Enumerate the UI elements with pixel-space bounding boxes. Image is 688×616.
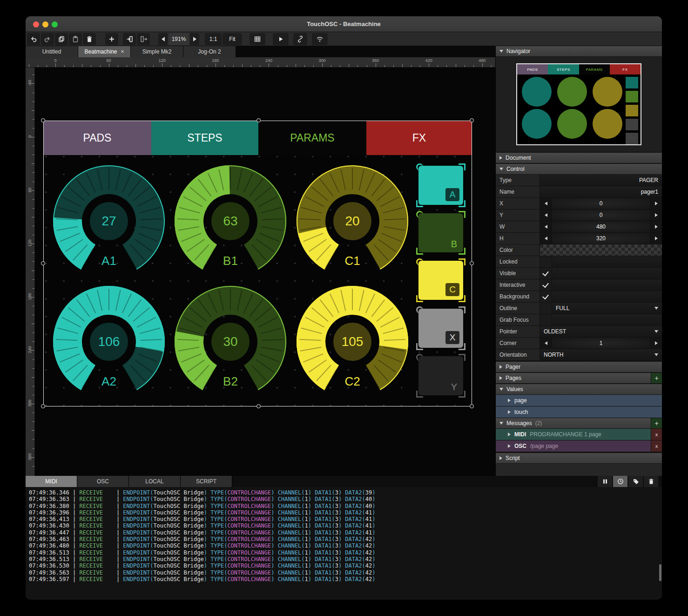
delete-button[interactable] [83,33,96,45]
play-button[interactable] [273,33,289,45]
decrement-button[interactable] [540,221,552,232]
export-button[interactable] [137,33,150,45]
clear-log-button[interactable] [644,476,658,487]
import-button[interactable] [123,33,136,45]
pad-button-b[interactable]: B [418,213,463,252]
value-row-touch[interactable]: touch [496,406,662,418]
navigator-tab-steps[interactable]: STEPS [548,64,579,74]
section-script[interactable]: Script [496,453,662,464]
log-tab-script[interactable]: SCRIPT [181,476,232,487]
decrement-button[interactable] [540,338,552,349]
radial-knob-b2[interactable]: 30B2 [170,281,291,402]
pad-button-x[interactable]: X [418,309,463,348]
value-row-page[interactable]: page [496,395,662,406]
navigator-tab-fx[interactable]: FX [610,64,641,74]
outline-checkbox[interactable] [540,303,552,314]
pad-button-a[interactable]: A [418,166,463,205]
decrement-button[interactable] [540,210,552,221]
paste-button[interactable] [69,33,82,45]
pager-tab-fx[interactable]: FX [366,121,472,155]
section-control[interactable]: Control [496,164,662,175]
increment-button[interactable] [650,210,662,221]
actual-size-button[interactable]: 1:1 [205,33,222,45]
section-navigator[interactable]: Navigator [496,46,662,57]
section-values[interactable]: Values [496,384,662,395]
prop-name-value[interactable]: pager1 [540,186,662,197]
redo-button[interactable] [41,33,54,45]
zoom-level[interactable]: 191% [169,33,189,45]
prop-h-value[interactable]: 320 [552,233,650,244]
increment-button[interactable] [650,221,662,232]
grabfocus-checkbox[interactable] [540,314,552,325]
prop-y-value[interactable]: 0 [552,210,650,221]
pause-log-button[interactable] [598,476,612,487]
undo-button[interactable] [27,33,40,45]
pager-tab-params[interactable]: PARAMS [258,121,366,155]
selection-handle[interactable] [256,118,261,122]
message-row-osc[interactable]: OSC/page pagex [496,440,662,452]
prop-type-value[interactable]: PAGER [540,175,662,186]
delete-message-button[interactable]: x [651,440,662,452]
delete-message-button[interactable]: x [651,429,662,440]
wifi-button[interactable] [312,33,328,45]
message-row-midi[interactable]: MIDIPROGRAMCHANGE 1 pagex [496,429,662,440]
selection-handle[interactable] [470,404,474,408]
selection-handle[interactable] [256,404,261,408]
prop-x-value[interactable]: 0 [552,198,650,209]
section-pager[interactable]: Pager [496,362,662,372]
log-tab-local[interactable]: LOCAL [129,476,181,487]
add-page-button[interactable]: + [651,373,662,383]
selection-handle[interactable] [41,261,45,265]
selection-handle[interactable] [470,261,474,265]
navigator-tab-params[interactable]: PARAMS [579,64,610,74]
zoom-out-button[interactable] [158,33,168,45]
radial-knob-c1[interactable]: 20C1 [292,161,413,282]
grid-button[interactable] [250,33,265,45]
radial-knob-c2[interactable]: 105C2 [292,281,413,402]
interactive-checkbox[interactable] [540,279,552,291]
doc-tab-untitled[interactable]: Untitled [26,46,78,57]
radial-knob-a1[interactable]: 27A1 [48,161,169,282]
close-tab-icon[interactable]: × [121,48,124,55]
log-tab-osc[interactable]: OSC [77,476,129,487]
section-pages[interactable]: Pages+ [496,373,662,384]
doc-tab-jog-on-2[interactable]: Jog-On 2 [183,46,236,57]
timestamp-toggle-button[interactable] [613,476,627,487]
log-scrollbar[interactable] [659,564,661,581]
pointer-dropdown[interactable]: OLDEST [540,326,662,337]
selection-handle[interactable] [470,118,474,122]
add-message-button[interactable]: + [651,418,662,428]
doc-tab-simple-mk2[interactable]: Simple Mk2 [131,46,183,57]
navigator-tab-pads[interactable]: PADS [517,64,548,74]
link-button[interactable] [293,33,307,45]
navigator-preview[interactable]: PADSSTEPSPARAMSFX [496,57,662,152]
pad-button-c[interactable]: C [418,261,463,300]
fit-button[interactable]: Fit [223,33,242,45]
selection-handle[interactable] [41,404,45,408]
orientation-dropdown[interactable]: NORTH [540,349,662,360]
decrement-button[interactable] [540,233,552,244]
decrement-button[interactable] [540,198,552,209]
increment-button[interactable] [650,338,662,349]
outline-dropdown[interactable]: FULL [552,303,662,314]
visible-checkbox[interactable] [540,268,552,279]
tag-filter-button[interactable] [628,476,643,487]
radial-knob-b1[interactable]: 63B1 [170,161,291,282]
locked-checkbox[interactable] [540,256,552,267]
pager-tab-steps[interactable]: STEPS [151,121,258,155]
log-tab-midi[interactable]: MIDI [26,476,77,487]
editor-canvas[interactable]: PADSSTEPSPARAMSFX 27A163B120C1106A230B21… [35,68,495,476]
pad-button-y[interactable]: Y [418,356,463,395]
selection-handle[interactable] [41,118,45,122]
background-checkbox[interactable] [540,291,552,302]
prop-corner-value[interactable]: 1 [552,338,650,349]
radial-knob-a2[interactable]: 106A2 [48,281,169,402]
pager-control[interactable]: PADSSTEPSPARAMSFX 27A163B120C1106A230B21… [43,121,472,406]
zoom-in-button[interactable] [190,33,199,45]
add-button[interactable] [105,33,118,45]
color-swatch[interactable] [540,244,662,256]
pager-tab-pads[interactable]: PADS [43,121,151,155]
section-messages[interactable]: Messages(2)+ [496,418,662,429]
section-document[interactable]: Document [496,153,662,163]
increment-button[interactable] [650,198,662,209]
